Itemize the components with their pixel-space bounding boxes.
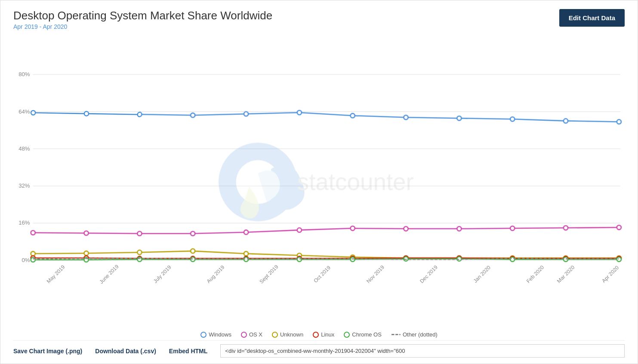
legend-label-other: Other (dotted) [403, 331, 438, 338]
legend-label-windows: Windows [209, 331, 231, 338]
chart-title: Desktop Operating System Market Share Wo… [13, 9, 272, 22]
windows-dot-2 [137, 112, 142, 117]
legend-label-chromeos: Chrome OS [352, 331, 382, 338]
embed-html-input[interactable] [220, 344, 625, 358]
osx-dot-6 [351, 226, 355, 231]
legend-label-unknown: Unknown [280, 331, 303, 338]
y-label-48: 48% [18, 145, 30, 152]
x-label-oct2019: Oct 2019 [312, 265, 332, 284]
x-label-jan2020: Jan 2020 [472, 265, 492, 284]
osx-dot-0 [31, 231, 35, 235]
osx-dot-8 [457, 227, 461, 231]
unknown-dot-2 [137, 250, 142, 254]
x-label-may2019: May 2019 [46, 264, 66, 284]
windows-dot-8 [457, 116, 461, 120]
osx-dot-2 [137, 231, 142, 236]
legend-other: Other (dotted) [391, 331, 438, 338]
legend-osx: OS X [241, 331, 262, 338]
osx-dot-3 [191, 231, 195, 236]
chart-svg: 80% 64% 48% 32% 16% 0% May 2019 June 201… [13, 35, 625, 329]
legend-label-osx: OS X [249, 331, 262, 338]
watermark: statcounter [219, 143, 414, 222]
chart-area: 80% 64% 48% 32% 16% 0% May 2019 June 201… [13, 35, 625, 329]
osx-dot-4 [244, 230, 248, 234]
windows-dot-1 [84, 111, 88, 116]
osx-line [33, 228, 619, 234]
unknown-dot-1 [84, 251, 88, 255]
legend-linux: Linux [313, 331, 334, 338]
windows-dot-11 [617, 120, 621, 124]
chromeos-dot-0 [31, 258, 35, 262]
x-label-nov2019: Nov 2019 [365, 264, 385, 284]
x-label-sep2019: Sept 2019 [258, 264, 279, 285]
legend-dot-unknown [272, 332, 278, 338]
header-row: Desktop Operating System Market Share Wo… [13, 9, 625, 30]
legend-label-linux: Linux [321, 331, 334, 338]
y-label-0: 0% [22, 257, 30, 263]
footer-row: Save Chart Image (.png) Download Data (.… [13, 340, 625, 359]
legend-dot-chromeos [344, 332, 350, 338]
x-label-aug2019: Aug 2019 [206, 264, 226, 284]
legend-row: Windows OS X Unknown Linux Chrome OS Oth… [13, 329, 625, 339]
x-label-feb2020: Feb 2020 [525, 264, 545, 284]
x-label-jun2019: June 2019 [98, 263, 120, 285]
windows-dot-5 [297, 111, 302, 115]
osx-dot-11 [617, 225, 621, 229]
x-label-jul2019: July 2019 [152, 264, 173, 284]
legend-dot-linux [313, 332, 319, 338]
chart-subtitle: Apr 2019 - Apr 2020 [13, 23, 272, 30]
x-label-mar2020: Mar 2020 [556, 264, 576, 284]
y-label-64: 64% [18, 108, 30, 115]
legend-unknown: Unknown [272, 331, 303, 338]
windows-dot-10 [564, 119, 568, 123]
osx-dot-1 [84, 231, 88, 235]
osx-dot-9 [510, 226, 515, 231]
windows-dot-6 [351, 114, 355, 118]
unknown-dot-3 [191, 249, 195, 253]
unknown-dot-4 [244, 251, 248, 256]
svg-text:statcounter: statcounter [297, 168, 414, 195]
windows-dot-9 [510, 117, 515, 121]
embed-html-label: Embed HTML [169, 348, 207, 355]
legend-dot-windows [200, 332, 207, 338]
osx-dot-10 [564, 226, 568, 230]
windows-dot-4 [244, 112, 248, 116]
save-chart-link[interactable]: Save Chart Image (.png) [13, 348, 82, 355]
y-label-16: 16% [18, 219, 30, 226]
y-label-80: 80% [18, 71, 30, 77]
legend-chromeos: Chrome OS [344, 331, 382, 338]
chromeos-dot-9 [510, 257, 515, 262]
legend-windows: Windows [200, 331, 231, 338]
windows-dot-3 [191, 113, 195, 117]
edit-chart-data-button[interactable]: Edit Chart Data [559, 9, 625, 27]
legend-dot-osx [241, 332, 247, 338]
osx-dot-7 [404, 227, 408, 231]
x-label-apr2020: Apr 2020 [601, 265, 620, 284]
x-label-dec2019: Dec 2019 [419, 264, 439, 284]
windows-dot-0 [31, 111, 35, 115]
title-block: Desktop Operating System Market Share Wo… [13, 9, 272, 30]
y-label-32: 32% [18, 182, 30, 189]
windows-dot-7 [404, 115, 408, 120]
legend-line-other [391, 334, 401, 335]
unknown-line [33, 251, 619, 258]
windows-line [33, 113, 619, 122]
osx-dot-5 [297, 228, 302, 232]
chromeos-dot-2 [137, 257, 142, 262]
main-container: Desktop Operating System Market Share Wo… [0, 0, 638, 364]
download-data-link[interactable]: Download Data (.csv) [95, 348, 156, 355]
unknown-dot-0 [31, 251, 35, 256]
